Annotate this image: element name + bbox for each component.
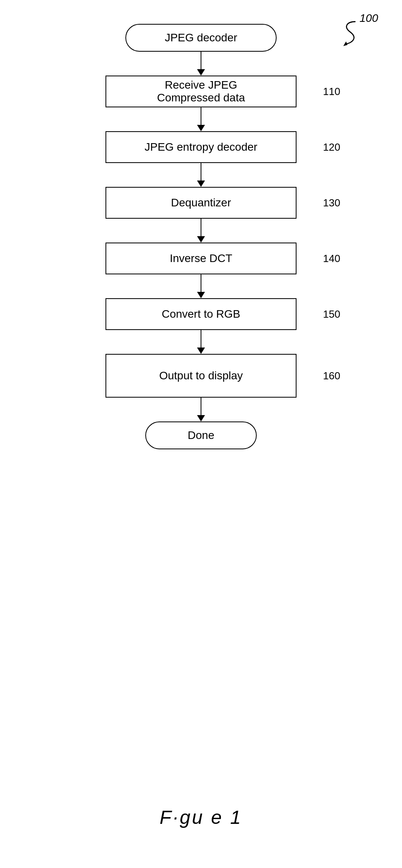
node-step-140-ref: 140	[323, 252, 340, 265]
node-step-150-ref: 150	[323, 308, 340, 320]
arrow-5-6	[197, 330, 205, 354]
node-130-wrapper: Dequantizer 130	[62, 187, 340, 219]
arrow-head	[197, 415, 205, 421]
node-step-120: JPEG entropy decoder	[105, 131, 297, 163]
node-step-110-label: Receive JPEG Compressed data	[157, 79, 245, 104]
arrow-line	[201, 330, 202, 348]
node-step-150-label: Convert to RGB	[162, 308, 240, 320]
arrow-line	[201, 52, 202, 69]
figure-number: 100	[359, 12, 378, 25]
node-120-wrapper: JPEG entropy decoder 120	[62, 131, 340, 163]
node-done-label: Done	[188, 429, 215, 442]
node-step-150: Convert to RGB	[105, 298, 297, 330]
node-step-120-label: JPEG entropy decoder	[144, 141, 257, 153]
node-jpeg-decoder-label: JPEG decoder	[165, 31, 237, 44]
node-step-120-ref: 120	[323, 141, 340, 153]
node-done: Done	[145, 421, 257, 449]
arrow-head	[197, 348, 205, 354]
arrow-head	[197, 181, 205, 187]
node-step-130-ref: 130	[323, 197, 340, 209]
node-step-130: Dequantizer	[105, 187, 297, 219]
node-step-140: Inverse DCT	[105, 243, 297, 274]
node-step-160-ref: 160	[323, 370, 340, 382]
arrow-line	[201, 219, 202, 236]
node-jpeg-decoder: JPEG decoder	[125, 24, 277, 52]
node-140-wrapper: Inverse DCT 140	[62, 243, 340, 274]
arrow-1-2	[197, 107, 205, 131]
node-start-wrapper: JPEG decoder	[62, 24, 340, 52]
arrow-line	[201, 163, 202, 181]
arrow-2-3	[197, 163, 205, 187]
flowchart: JPEG decoder Receive JPEG Compressed dat…	[62, 24, 340, 449]
arrow-head	[197, 69, 205, 76]
svg-marker-0	[343, 41, 348, 46]
arrow-line	[201, 107, 202, 125]
arrow-4-5	[197, 274, 205, 298]
arrow-line	[201, 274, 202, 292]
diagram-container: 100 JPEG decoder Receive JPEG Compressed…	[0, 0, 402, 868]
node-step-110: Receive JPEG Compressed data	[105, 76, 297, 107]
node-step-110-ref: 110	[323, 85, 340, 98]
arrow-3-4	[197, 219, 205, 243]
figure-caption: F·gu e 1	[160, 806, 242, 828]
node-step-160: Output to display	[105, 354, 297, 398]
arrow-0-1	[197, 52, 205, 76]
node-step-130-label: Dequantizer	[171, 196, 231, 209]
node-110-wrapper: Receive JPEG Compressed data 110	[62, 76, 340, 107]
curly-arrow-icon	[338, 20, 362, 48]
arrow-6-7	[197, 398, 205, 421]
node-step-160-label: Output to display	[159, 369, 243, 382]
arrow-head	[197, 292, 205, 298]
node-150-wrapper: Convert to RGB 150	[62, 298, 340, 330]
node-160-wrapper: Output to display 160	[62, 354, 340, 398]
arrow-line	[201, 398, 202, 415]
node-step-140-label: Inverse DCT	[170, 252, 232, 265]
arrow-head	[197, 236, 205, 243]
arrow-head	[197, 125, 205, 131]
node-end-wrapper: Done	[62, 421, 340, 449]
